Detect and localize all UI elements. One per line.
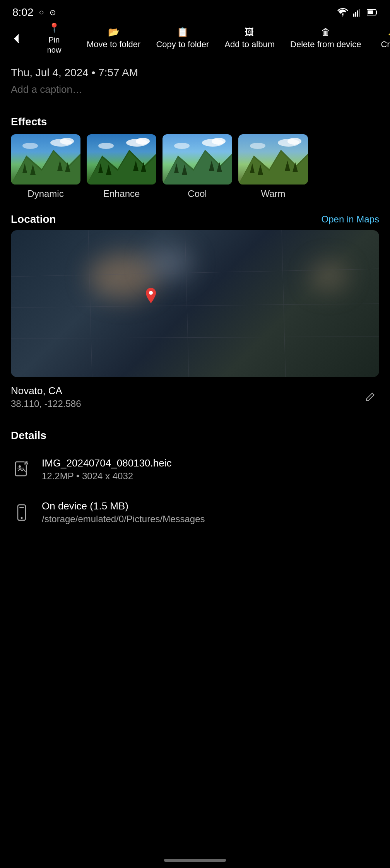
main-content: Thu, Jul 4, 2024 • 7:57 AM Add a caption… — [0, 54, 390, 542]
action-pin-now[interactable]: 📍 Pinnow — [31, 25, 77, 53]
svg-line-52 — [282, 230, 286, 377]
svg-rect-60 — [19, 507, 24, 508]
alarm-icon: ○ — [39, 7, 44, 17]
action-pin-now-label: Pinnow — [47, 35, 62, 55]
effect-dynamic[interactable]: Dynamic — [11, 134, 80, 199]
location-text: Novato, CA 38.110, -122.586 — [11, 385, 81, 409]
date-section: Thu, Jul 4, 2024 • 7:57 AM Add a caption… — [11, 54, 379, 106]
album-icon: 🖼 — [245, 27, 254, 38]
status-time: 8:02 — [12, 6, 34, 19]
map-pin — [145, 288, 157, 305]
svg-rect-5 — [368, 10, 373, 14]
back-button[interactable] — [6, 28, 28, 50]
location-header: Location Open in Maps — [11, 204, 379, 230]
action-bar: 📍 Pinnow 📂 Move to folder 📋 Copy to fold… — [0, 23, 390, 54]
image-file-icon — [11, 459, 32, 480]
location-info: Novato, CA 38.110, -122.586 — [11, 377, 379, 412]
map-svg — [11, 230, 379, 377]
signal-icon — [353, 8, 362, 17]
storage-detail-text: On device (1.5 MB) /storage/emulated/0/P… — [42, 500, 205, 525]
location-city: Novato, CA — [11, 385, 81, 397]
details-title: Details — [11, 420, 379, 448]
battery-icon — [367, 9, 378, 16]
action-album-label: Add to album — [224, 39, 275, 50]
location-edit-button[interactable] — [361, 388, 379, 407]
caption-input[interactable]: Add a caption… — [11, 79, 379, 100]
phone-storage-icon — [11, 502, 32, 523]
effect-warm-label: Warm — [261, 188, 285, 199]
action-move-to-folder[interactable]: 📂 Move to folder — [80, 25, 147, 53]
effects-row: Dynamic — [11, 134, 379, 204]
detail-file-item: IMG_20240704_080130.heic 12.2MP • 3024 x… — [11, 448, 379, 491]
status-left: 8:02 ○ ⊙ — [12, 6, 56, 19]
photo-date: Thu, Jul 4, 2024 • 7:57 AM — [11, 67, 379, 79]
svg-line-49 — [11, 337, 379, 338]
svg-point-10 — [22, 143, 38, 149]
camera-status-icon: ⊙ — [50, 8, 56, 17]
filename: IMG_20240704_080130.heic — [42, 457, 171, 469]
svg-rect-0 — [353, 14, 354, 17]
pin-icon: 📍 — [48, 23, 60, 33]
effect-cool-thumbnail — [162, 134, 232, 185]
svg-line-47 — [11, 269, 379, 277]
location-section: Location Open in Maps — [11, 204, 379, 412]
svg-point-20 — [98, 143, 114, 149]
svg-point-9 — [60, 138, 74, 145]
location-title: Location — [11, 213, 56, 226]
svg-line-48 — [11, 304, 379, 308]
action-add-to-album[interactable]: 🖼 Add to album — [218, 25, 281, 53]
action-delete-from-device[interactable]: 🗑 Delete from device — [284, 25, 367, 53]
svg-point-29 — [212, 138, 226, 145]
status-bar: 8:02 ○ ⊙ — [0, 0, 390, 23]
svg-point-53 — [149, 291, 153, 295]
svg-point-56 — [19, 465, 21, 468]
open-in-maps-button[interactable]: Open in Maps — [322, 214, 379, 225]
copy-folder-icon: 📋 — [177, 27, 188, 38]
location-coords: 38.110, -122.586 — [11, 398, 81, 409]
status-right — [337, 8, 378, 17]
svg-line-51 — [185, 230, 189, 377]
svg-rect-2 — [357, 10, 358, 17]
file-detail-text: IMG_20240704_080130.heic 12.2MP • 3024 x… — [42, 457, 171, 482]
details-section: Details IMG_20240704_080130.heic 12.2MP … — [11, 412, 379, 542]
svg-point-39 — [287, 138, 301, 145]
detail-storage-item: On device (1.5 MB) /storage/emulated/0/P… — [11, 491, 379, 534]
action-copy-to-folder[interactable]: 📋 Copy to folder — [150, 25, 215, 53]
effect-warm[interactable]: Warm — [238, 134, 308, 199]
wifi-icon — [337, 8, 348, 17]
effects-title: Effects — [11, 106, 379, 134]
action-copy-label: Copy to folder — [156, 39, 209, 50]
effect-warm-thumbnail — [238, 134, 308, 185]
file-meta: 12.2MP • 3024 x 4032 — [42, 471, 171, 482]
bottom-nav-indicator — [164, 859, 226, 862]
move-folder-icon: 📂 — [108, 27, 120, 38]
svg-rect-6 — [376, 11, 377, 14]
create-icon: ✨ — [388, 27, 390, 38]
effect-cool[interactable]: Cool — [162, 134, 232, 199]
action-delete-label: Delete from device — [290, 39, 361, 50]
effect-cool-label: Cool — [188, 188, 207, 199]
effects-section: Effects — [11, 106, 379, 204]
map-container[interactable] — [11, 230, 379, 377]
action-create-label: Crea... — [381, 39, 390, 50]
action-move-label: Move to folder — [87, 39, 140, 50]
storage-label: On device (1.5 MB) — [42, 500, 205, 512]
svg-rect-1 — [355, 12, 356, 17]
svg-rect-3 — [359, 9, 360, 17]
effect-dynamic-thumbnail — [11, 134, 80, 185]
storage-path: /storage/emulated/0/Pictures/Messages — [42, 514, 205, 525]
effect-enhance-label: Enhance — [103, 188, 140, 199]
svg-point-59 — [21, 517, 23, 519]
effect-enhance-thumbnail — [87, 134, 156, 185]
effect-dynamic-label: Dynamic — [27, 188, 63, 199]
effect-enhance[interactable]: Enhance — [87, 134, 156, 199]
action-create[interactable]: ✨ Crea... — [370, 25, 390, 53]
svg-point-30 — [174, 143, 190, 149]
delete-icon: 🗑 — [321, 27, 330, 38]
svg-point-19 — [136, 138, 150, 145]
svg-line-50 — [88, 230, 92, 377]
svg-point-40 — [250, 143, 265, 149]
